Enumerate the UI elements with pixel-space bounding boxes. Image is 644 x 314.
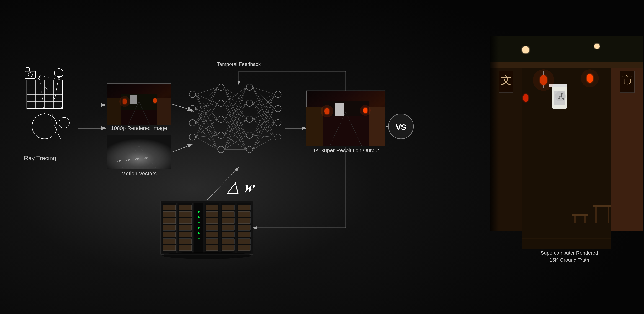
svg-rect-130: [369, 107, 385, 146]
svg-rect-167: [206, 225, 218, 230]
main-content: NVIDIA DLSS – HOW IT WORKS: [0, 0, 644, 314]
svg-rect-225: [490, 36, 499, 231]
svg-point-187: [162, 252, 251, 259]
svg-point-158: [198, 216, 200, 218]
svg-rect-177: [222, 239, 234, 244]
svg-rect-151: [179, 218, 192, 224]
svg-rect-142: [163, 212, 176, 217]
svg-rect-169: [206, 239, 218, 244]
svg-rect-174: [222, 218, 234, 224]
svg-rect-129: [306, 107, 322, 146]
svg-rect-146: [163, 239, 176, 244]
svg-rect-181: [238, 212, 250, 217]
svg-rect-183: [238, 225, 250, 230]
svg-point-134: [321, 105, 333, 117]
right-photo: 文 市 武: [490, 36, 643, 249]
svg-rect-178: [222, 245, 234, 251]
svg-rect-147: [163, 245, 176, 251]
svg-rect-186: [238, 245, 250, 251]
supercomputer-label-line1: Supercomputer Rendered: [541, 250, 598, 256]
svg-rect-219: [522, 223, 611, 249]
ray-tracing-label: Ray Tracing: [24, 155, 56, 161]
svg-rect-168: [206, 232, 218, 237]
svg-rect-155: [179, 245, 192, 251]
svg-rect-136: [335, 103, 344, 116]
svg-point-224: [581, 69, 599, 87]
svg-rect-212: [594, 205, 611, 207]
temporal-feedback-label: Temporal Feedback: [217, 61, 261, 67]
svg-rect-184: [238, 232, 250, 237]
svg-point-190: [522, 46, 529, 53]
svg-rect-153: [179, 232, 192, 237]
svg-text:市: 市: [622, 74, 632, 86]
svg-rect-192: [490, 62, 643, 68]
rendered-image-label: 1080p Rendered Image: [111, 125, 167, 131]
svg-rect-149: [179, 205, 192, 210]
svg-rect-173: [222, 212, 234, 217]
svg-point-157: [198, 211, 200, 213]
motion-vectors-label: Motion Vectors: [121, 171, 157, 176]
diagram-svg: Ray Tracing: [0, 0, 644, 314]
server-rack: [160, 201, 253, 259]
svg-rect-143: [163, 218, 176, 224]
svg-point-135: [360, 105, 371, 116]
svg-point-191: [594, 44, 600, 49]
svg-rect-164: [206, 205, 218, 210]
svg-text:文: 文: [501, 74, 512, 86]
svg-point-161: [198, 232, 200, 234]
svg-rect-172: [222, 205, 234, 210]
svg-rect-144: [163, 225, 176, 230]
svg-point-159: [198, 222, 200, 223]
svg-rect-176: [222, 232, 234, 237]
svg-point-206: [523, 94, 528, 102]
svg-rect-185: [238, 239, 250, 244]
svg-rect-170: [206, 245, 218, 251]
svg-rect-182: [238, 218, 250, 224]
motion-vectors-box: [107, 135, 171, 169]
svg-rect-165: [206, 212, 218, 217]
svg-rect-216: [572, 214, 588, 216]
svg-point-160: [198, 227, 200, 229]
svg-rect-175: [222, 225, 234, 230]
svg-rect-166: [206, 218, 218, 224]
svg-rect-152: [179, 225, 192, 230]
svg-rect-37: [107, 135, 171, 169]
delta-w-label: △ 𝒘: [226, 178, 255, 196]
svg-point-162: [198, 238, 200, 239]
output-image-box: [306, 91, 385, 146]
svg-rect-35: [107, 84, 171, 125]
vs-label: VS: [396, 123, 406, 132]
svg-text:武: 武: [557, 92, 564, 100]
svg-rect-141: [163, 205, 176, 210]
svg-rect-154: [179, 239, 192, 244]
rendered-image-box: [107, 84, 171, 125]
svg-rect-145: [163, 232, 176, 237]
svg-point-223: [533, 69, 554, 91]
svg-rect-150: [179, 212, 192, 217]
supercomputer-label-line2: 16K Ground Truth: [550, 257, 589, 263]
svg-rect-180: [238, 205, 250, 210]
